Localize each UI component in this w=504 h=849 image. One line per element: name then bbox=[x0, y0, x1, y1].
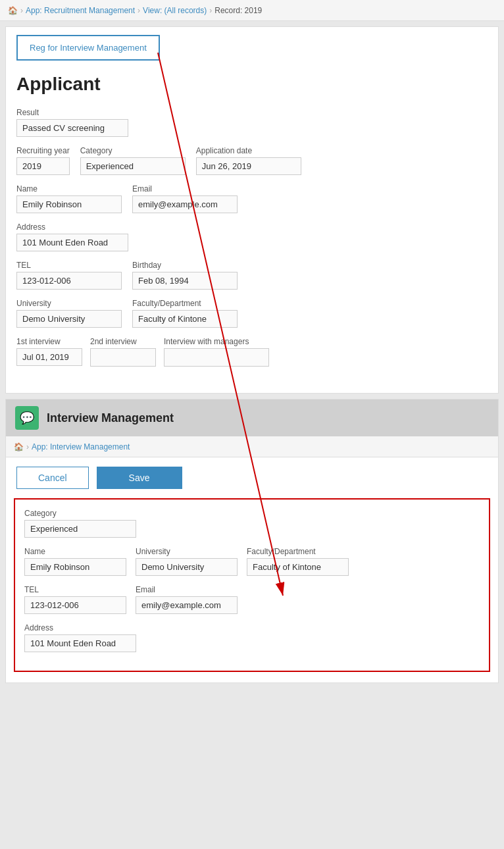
tel-field: TEL 123-012-006 bbox=[16, 261, 122, 290]
birthday-field: Birthday Feb 08, 1994 bbox=[132, 261, 238, 290]
im-tel-label: TEL bbox=[24, 585, 126, 594]
university-label: University bbox=[16, 299, 122, 308]
category-label: Category bbox=[80, 146, 186, 155]
tel-label: TEL bbox=[16, 261, 122, 270]
interview-dates-row: 1st interview Jul 01, 2019 2nd interview… bbox=[16, 337, 488, 367]
im-email-field: Email emily@example.com bbox=[136, 585, 238, 614]
university-value: Demo University bbox=[16, 310, 122, 328]
im-faculty-value: Faculty of Kintone bbox=[247, 558, 349, 576]
breadcrumb-view-link[interactable]: View: (All records) bbox=[143, 6, 207, 15]
interview-managers-label: Interview with managers bbox=[164, 337, 269, 346]
im-header: 💬 Interview Management bbox=[6, 399, 498, 436]
top-breadcrumb: 🏠 › App: Recruitment Management › View: … bbox=[0, 0, 504, 21]
category-field: Category Experienced bbox=[80, 146, 186, 175]
home-icon[interactable]: 🏠 bbox=[8, 6, 18, 15]
faculty-value: Faculty of Kintone bbox=[132, 310, 238, 328]
im-name-field: Name Emily Robinson bbox=[24, 547, 126, 576]
result-field: Result Passed CV screening bbox=[16, 108, 488, 137]
im-title: Interview Management bbox=[47, 411, 174, 425]
interview-managers-field: Interview with managers bbox=[164, 337, 269, 367]
interview1-field: 1st interview Jul 01, 2019 bbox=[16, 337, 82, 366]
im-app-link[interactable]: App: Interview Management bbox=[32, 442, 130, 451]
im-name-row: Name Emily Robinson University Demo Univ… bbox=[24, 547, 480, 576]
application-date-field: Application date Jun 26, 2019 bbox=[196, 146, 301, 175]
im-buttons: Cancel Save bbox=[6, 457, 498, 498]
address-label: Address bbox=[16, 222, 488, 232]
recruiting-year-field: Recruiting year 2019 bbox=[16, 146, 70, 175]
im-faculty-label: Faculty/Department bbox=[247, 547, 349, 556]
save-button[interactable]: Save bbox=[97, 467, 182, 489]
birthday-value: Feb 08, 1994 bbox=[132, 272, 238, 290]
address-value: 101 Mount Eden Road bbox=[16, 234, 128, 251]
recruiting-year-value: 2019 bbox=[16, 157, 70, 175]
recruiting-year-label: Recruiting year bbox=[16, 146, 70, 155]
birthday-label: Birthday bbox=[132, 261, 238, 270]
university-field: University Demo University bbox=[16, 299, 122, 328]
interview2-field: 2nd interview bbox=[90, 337, 156, 367]
result-label: Result bbox=[16, 108, 488, 117]
interview-management-card: 💬 Interview Management 🏠 › App: Intervie… bbox=[5, 399, 499, 683]
cancel-button[interactable]: Cancel bbox=[16, 467, 89, 489]
address-field: Address 101 Mount Eden Road bbox=[16, 222, 488, 251]
im-address-value: 101 Mount Eden Road bbox=[24, 634, 136, 652]
applicant-section: Applicant Result Passed CV screening Rec… bbox=[6, 68, 498, 382]
application-date-label: Application date bbox=[196, 146, 301, 155]
name-label: Name bbox=[16, 184, 122, 193]
name-field: Name Emily Robinson bbox=[16, 184, 122, 213]
interview2-label: 2nd interview bbox=[90, 337, 156, 346]
interview2-value bbox=[90, 348, 156, 367]
im-address-label: Address bbox=[24, 623, 480, 632]
im-address-field: Address 101 Mount Eden Road bbox=[24, 623, 480, 652]
breadcrumb-app-link[interactable]: App: Recruitment Management bbox=[26, 6, 135, 15]
interview-managers-value bbox=[164, 348, 269, 367]
category-value: Experienced bbox=[80, 157, 186, 175]
im-email-label: Email bbox=[136, 585, 238, 594]
im-university-label: University bbox=[136, 547, 238, 556]
im-category-label: Category bbox=[24, 509, 480, 518]
im-tel-value: 123-012-006 bbox=[24, 596, 126, 614]
im-university-value: Demo University bbox=[136, 558, 238, 576]
im-tel-row: TEL 123-012-006 Email emily@example.com bbox=[24, 585, 480, 614]
email-field: Email emily@example.com bbox=[132, 184, 238, 213]
applicant-card: Reg for Interview Management Applicant R… bbox=[5, 26, 499, 394]
email-value: emily@example.com bbox=[132, 195, 238, 213]
im-faculty-field: Faculty/Department Faculty of Kintone bbox=[247, 547, 349, 576]
applicant-title: Applicant bbox=[16, 74, 488, 95]
im-home-icon[interactable]: 🏠 bbox=[14, 442, 24, 451]
faculty-field: Faculty/Department Faculty of Kintone bbox=[132, 299, 238, 328]
name-value: Emily Robinson bbox=[16, 195, 122, 213]
im-email-value: emily@example.com bbox=[136, 596, 238, 614]
im-category-value: Experienced bbox=[24, 520, 136, 538]
result-value: Passed CV screening bbox=[16, 119, 128, 137]
email-label: Email bbox=[132, 184, 238, 193]
im-breadcrumb: 🏠 › App: Interview Management bbox=[6, 436, 498, 457]
interview1-value: Jul 01, 2019 bbox=[16, 348, 82, 366]
im-category-field: Category Experienced bbox=[24, 509, 480, 538]
im-form-section: Category Experienced Name Emily Robinson… bbox=[14, 498, 490, 672]
breadcrumb-record: Record: 2019 bbox=[214, 6, 262, 15]
im-name-label: Name bbox=[24, 547, 126, 556]
im-tel-field: TEL 123-012-006 bbox=[24, 585, 126, 614]
im-name-value: Emily Robinson bbox=[24, 558, 126, 576]
im-icon: 💬 bbox=[15, 406, 39, 430]
faculty-label: Faculty/Department bbox=[132, 299, 238, 308]
interview1-label: 1st interview bbox=[16, 337, 82, 346]
tel-value: 123-012-006 bbox=[16, 272, 122, 290]
reg-interview-button[interactable]: Reg for Interview Management bbox=[16, 35, 160, 61]
application-date-value: Jun 26, 2019 bbox=[196, 157, 301, 175]
im-university-field: University Demo University bbox=[136, 547, 238, 576]
